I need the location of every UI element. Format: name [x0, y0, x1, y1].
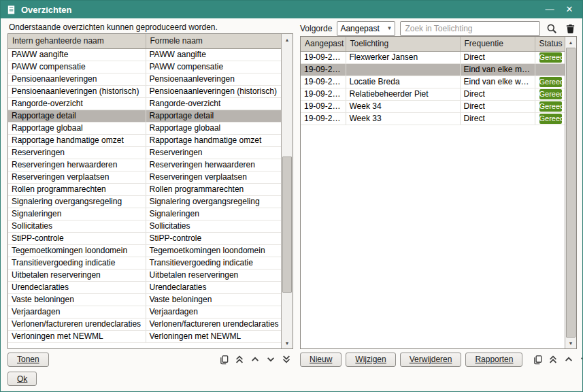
overzicht-row[interactable]: Reserveringen herwaarderenReserveringen …	[8, 159, 282, 171]
rapport-cell-aangepast: 19-09-2023	[301, 51, 346, 63]
overzicht-row[interactable]: Rollen programmarechtenRollen programmar…	[8, 183, 282, 195]
move-down-button[interactable]	[264, 353, 278, 366]
copy-button[interactable]	[217, 353, 231, 366]
column-header-status[interactable]: Status	[535, 37, 566, 51]
overzicht-row[interactable]: VerjaardagenVerjaardagen	[8, 306, 282, 318]
window-title: Overzichten	[21, 5, 537, 15]
overzicht-row[interactable]: SollicitatiesSollicitaties	[8, 220, 282, 232]
chevron-down-icon	[580, 355, 583, 364]
overzicht-row[interactable]: Vaste beloningenVaste beloningen	[8, 293, 282, 306]
overzicht-cell: Vaste beloningen	[8, 293, 146, 306]
scrollbar-thumb[interactable]	[282, 157, 292, 293]
rapport-row[interactable]: 19-09-2023Flexwerker JansenDirectGereed	[301, 51, 566, 63]
move-bottom-button[interactable]	[280, 353, 293, 366]
delete-search-button[interactable]	[563, 22, 577, 35]
scroll-up-icon[interactable]: ▲	[282, 34, 293, 45]
overzichten-window: Overzichten — ✕ Onderstaande overzichten…	[0, 0, 583, 392]
rapport-row[interactable]: 19-09-2023Eind van elke maand	[301, 63, 566, 76]
rapporten-button[interactable]: Rapporten	[465, 353, 522, 367]
rapport-row[interactable]: 19-09-2023Week 33DirectGereed	[301, 112, 566, 125]
overzicht-cell: Reserveringen verplaatsen	[146, 171, 282, 183]
rapport-cell-frequentie: Direct	[460, 100, 535, 112]
move-top-button[interactable]	[233, 353, 246, 366]
rapport-cell-toelichting	[346, 63, 460, 76]
overzicht-row[interactable]: Rapportage handmatige omzetRapportage ha…	[8, 134, 282, 146]
rapport-row[interactable]: 19-09-2023Week 34DirectGereed	[301, 100, 566, 112]
overzicht-cell: Signaleringen	[8, 208, 146, 220]
verwijderen-button[interactable]: Verwijderen	[400, 353, 462, 367]
column-header-formele-naam[interactable]: Formele naam	[146, 34, 282, 48]
overzicht-row[interactable]: PensioenaanleveringenPensioenaanlevering…	[8, 73, 282, 85]
move-down-button[interactable]	[578, 353, 583, 366]
overzicht-row[interactable]: Tegemoetkomingen loondomeinTegemoetkomin…	[8, 244, 282, 257]
overzicht-row[interactable]: Rangorde-overzichtRangorde-overzicht	[8, 97, 282, 110]
search-button[interactable]	[545, 22, 559, 35]
left-scrollbar[interactable]: ▲ ▼	[281, 34, 293, 348]
chevron-down-icon	[266, 355, 276, 364]
overzicht-cell: Verjaardagen	[8, 306, 146, 318]
overzicht-cell: PAWW aangifte	[146, 48, 282, 61]
overzicht-row[interactable]: StiPP-controleStiPP-controle	[8, 232, 282, 244]
status-badge: Gereed	[539, 52, 563, 63]
overzicht-cell: Verlonen/factureren urendeclaraties	[146, 318, 282, 330]
overzicht-cell: Urendeclaraties	[146, 281, 282, 293]
column-header-aangepast[interactable]: Aangepast	[301, 37, 346, 51]
search-input[interactable]	[400, 21, 540, 36]
tonen-label: Tonen	[17, 355, 39, 364]
overzicht-row[interactable]: Rapportage globaalRapportage globaal	[8, 122, 282, 134]
overzicht-row[interactable]: Reserveringen verplaatsenReserveringen v…	[8, 171, 282, 183]
rapport-row[interactable]: 19-09-2023Relatiebeheerder PietDirectGer…	[301, 88, 566, 100]
overzicht-row[interactable]: PAWW aangiftePAWW aangifte	[8, 48, 282, 61]
double-chevron-up-icon	[548, 355, 558, 364]
scroll-up-icon[interactable]: ▲	[565, 37, 576, 48]
trash-icon	[565, 23, 576, 34]
rapport-row[interactable]: 19-09-2023Locatie BredaEind van elke wee…	[301, 76, 566, 88]
overzicht-row[interactable]: UrendeclaratiesUrendeclaraties	[8, 281, 282, 293]
overzicht-row[interactable]: Transitievergoeding indicatieTransitieve…	[8, 257, 282, 269]
overzicht-cell: Verlonen/factureren urendeclaraties	[8, 318, 146, 330]
overzicht-cell: Urendeclaraties	[8, 281, 146, 293]
right-scrollbar[interactable]: ▲ ▼	[565, 37, 576, 348]
overzicht-row[interactable]: PAWW compensatiePAWW compensatie	[8, 61, 282, 73]
overzicht-row[interactable]: SignaleringenSignaleringen	[8, 208, 282, 220]
overzichten-header-row: Intern gehanteerde naam Formele naam	[8, 34, 282, 48]
overzicht-row[interactable]: Rapportage detailRapportage detail	[8, 110, 282, 122]
overzicht-row[interactable]: Uitbetalen reserveringenUitbetalen reser…	[8, 269, 282, 281]
scrollbar-thumb[interactable]	[566, 48, 576, 338]
nieuw-button[interactable]: Nieuw	[300, 353, 342, 367]
scroll-down-icon[interactable]: ▼	[565, 338, 576, 348]
close-button[interactable]: ✕	[562, 3, 577, 16]
overzicht-row[interactable]: Verlonen/factureren urendeclaratiesVerlo…	[8, 318, 282, 330]
overzicht-cell: Reserveringen	[146, 146, 282, 159]
overzicht-row[interactable]: Verloningen met NEWMLVerloningen met NEW…	[8, 330, 282, 342]
move-up-button[interactable]	[248, 353, 262, 366]
rapport-cell-frequentie: Eind van elke week	[460, 76, 535, 88]
column-header-toelichting[interactable]: Toelichting	[346, 37, 460, 51]
volgorde-select[interactable]: Aangepast ▼	[337, 21, 395, 36]
minimize-button[interactable]: —	[542, 3, 557, 16]
copy-button[interactable]	[531, 353, 544, 366]
column-header-intern-naam[interactable]: Intern gehanteerde naam	[8, 34, 146, 48]
double-chevron-down-icon	[282, 355, 291, 364]
column-header-frequentie[interactable]: Frequentie	[460, 37, 535, 51]
move-up-button[interactable]	[562, 353, 576, 366]
overzicht-cell: PAWW compensatie	[146, 61, 282, 73]
overzicht-row[interactable]: Signalering overgangsregelingSignalering…	[8, 195, 282, 208]
ok-label: Ok	[17, 374, 27, 384]
overzicht-row[interactable]: Pensioenaanleveringen (historisch)Pensio…	[8, 85, 282, 97]
ok-button[interactable]: Ok	[7, 372, 37, 386]
rapport-cell-toelichting: Locatie Breda	[346, 76, 460, 88]
overzichten-table-body: PAWW aangiftePAWW aangiftePAWW compensat…	[8, 48, 282, 342]
scroll-down-icon[interactable]: ▼	[282, 338, 293, 348]
overzicht-row[interactable]: ReserveringenReserveringen	[8, 146, 282, 159]
overzicht-cell: Pensioenaanleveringen	[8, 73, 146, 85]
right-icon-group	[531, 353, 583, 366]
move-top-button[interactable]	[546, 353, 560, 366]
tonen-button[interactable]: Tonen	[7, 353, 49, 367]
rapporten-table: Aangepast Toelichting Frequentie Status …	[300, 36, 577, 349]
overzicht-cell: Pensioenaanleveringen (historisch)	[8, 85, 146, 97]
left-icon-group	[217, 353, 293, 366]
overzicht-cell: Rollen programmarechten	[146, 183, 282, 195]
rapporten-label: Rapporten	[475, 355, 513, 364]
wijzigen-button[interactable]: Wijzigen	[346, 353, 395, 367]
